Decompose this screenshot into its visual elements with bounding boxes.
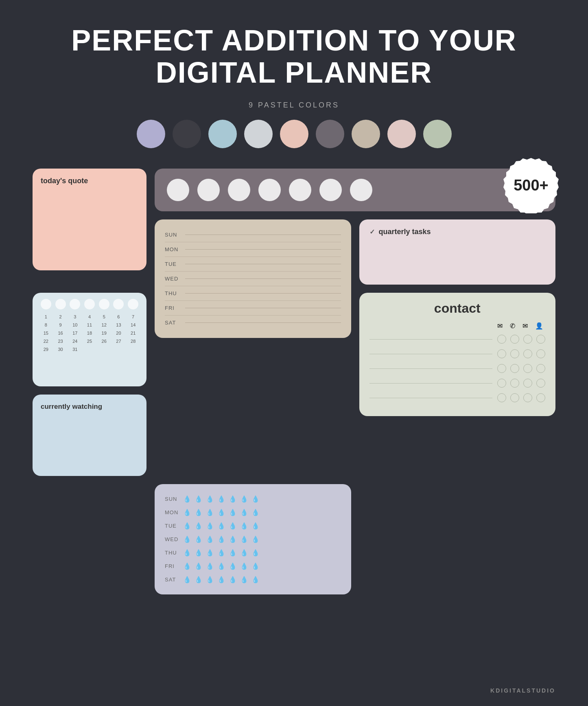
water-drop: 💧 [217,535,225,543]
email-icon: ✉ [497,322,503,330]
contact-row [369,393,546,402]
water-drop: 💧 [251,495,260,503]
water-drop: 💧 [183,562,191,570]
chat-icon: ✉ [522,322,528,330]
water-drop: 💧 [217,549,225,557]
cal-cell: 23 [53,337,68,345]
weekly-row: SUN [165,228,341,242]
swatch-peach [280,120,308,148]
water-drop: 💧 [229,509,237,516]
water-day-label: MON [165,509,179,515]
day-line [185,249,341,250]
water-drop: 💧 [251,535,260,543]
cal-cell: 12 [97,321,111,329]
subtitle: 9 PASTEL COLORS [33,101,555,110]
habit-circle-4 [289,179,311,201]
swatch-blush [387,120,416,148]
quote-card: today's quote [33,169,146,270]
weekly-row: FRI [165,301,341,316]
water-drop: 💧 [206,549,214,557]
contact-card: contact ✉ ✆ ✉ 👤 [359,293,556,416]
water-drop: 💧 [195,495,203,503]
contact-circles [497,335,545,344]
contact-circle [523,349,532,358]
water-drop: 💧 [183,535,191,543]
water-drop: 💧 [217,562,225,570]
water-drop: 💧 [183,495,191,503]
footer-brand: KDIGITALSTUDIO [490,687,555,694]
water-drop: 💧 [195,549,203,557]
water-drop: 💧 [229,495,237,503]
contact-circle [510,335,519,344]
color-swatches [33,120,555,148]
contact-row [369,379,546,388]
check-icon: ✓ [369,228,375,236]
cal-cell [126,345,140,353]
contact-circle [536,335,545,344]
cal-cell: 16 [53,329,68,337]
habits-bar: 500+ [155,169,555,211]
contact-row [369,364,546,373]
swatch-dark [173,120,201,148]
cal-cell: 15 [39,329,53,337]
habit-circle-6 [350,179,372,201]
quarterly-tasks-card: ✓ quarterly tasks [359,219,556,285]
contact-icons-row: ✉ ✆ ✉ 👤 [369,322,546,330]
cal-cell: 3 [68,313,82,321]
quarterly-title: ✓ quarterly tasks [369,228,546,236]
contact-line [369,354,493,354]
water-drop: 💧 [206,576,214,583]
cal-cell: 14 [126,321,140,329]
weekly-row: TUE [165,257,341,272]
contact-circle [536,364,545,373]
day-label: FRI [165,305,179,311]
water-day-label: TUE [165,523,179,529]
calendar-grid: 1234567891011121314151617181920212223242… [39,313,140,353]
water-row: TUE 💧💧💧💧💧💧💧 [165,519,341,533]
cal-cell: 6 [111,313,126,321]
contact-circle [497,335,506,344]
habit-circle-2 [228,179,250,201]
cal-cell: 30 [53,345,68,353]
habit-circle-5 [319,179,342,201]
day-label: MON [165,246,179,252]
water-day-label: SUN [165,496,179,502]
water-drops: 💧💧💧💧💧💧💧 [183,562,260,570]
water-drop: 💧 [251,562,260,570]
cal-dot-6 [128,299,138,309]
cal-dot-2 [70,299,80,309]
water-drop: 💧 [195,535,203,543]
day-label: SUN [165,232,179,238]
water-day-label: FRI [165,563,179,569]
cal-cell: 13 [111,321,126,329]
swatch-sage [423,120,452,148]
water-drop: 💧 [229,562,237,570]
day-line [185,322,341,323]
water-drop: 💧 [229,576,237,583]
weekly-row: WED [165,272,341,286]
water-drops: 💧💧💧💧💧💧💧 [183,549,260,557]
contact-circle [497,364,506,373]
water-drop: 💧 [251,576,260,583]
watching-card: currently watching [33,395,146,476]
cal-cell: 18 [82,329,97,337]
cal-cell: 17 [68,329,82,337]
water-drop: 💧 [195,522,203,530]
water-day-label: SAT [165,577,179,583]
cal-row: 293031 [39,345,140,353]
swatch-tan [352,120,380,148]
contact-circle [510,379,519,388]
swatch-light-gray [244,120,273,148]
swatch-sky-blue [208,120,237,148]
water-drop: 💧 [206,509,214,516]
day-line [185,308,341,308]
cal-cell [97,345,111,353]
water-day-label: THU [165,550,179,556]
day-label: WED [165,276,179,282]
water-row: THU 💧💧💧💧💧💧💧 [165,546,341,559]
water-drop: 💧 [183,549,191,557]
water-drop: 💧 [206,495,214,503]
main-title: PERFECT ADDITION TO YOUR DIGITAL PLANNER [33,24,555,89]
contact-circles [497,393,545,402]
water-drop: 💧 [251,522,260,530]
